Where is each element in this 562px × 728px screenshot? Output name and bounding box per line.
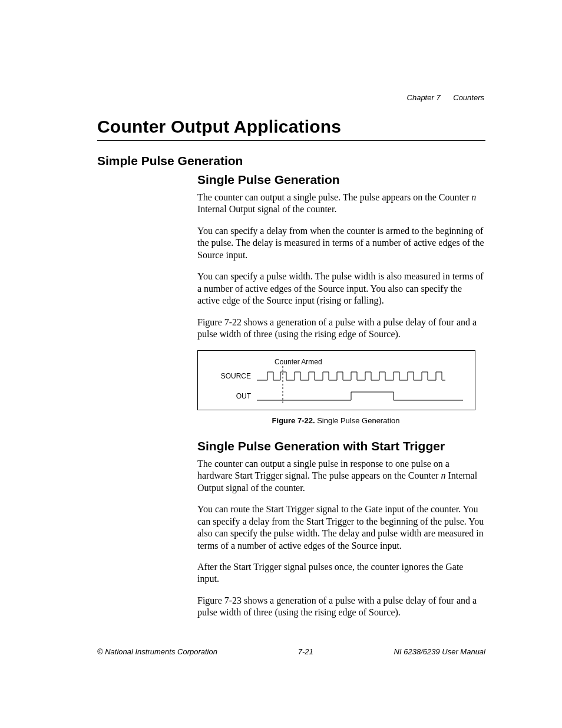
footer-right: NI 6238/6239 User Manual <box>394 647 485 656</box>
body-column: Single Pulse Generation The counter can … <box>197 173 485 619</box>
header-title: Counters <box>453 93 484 102</box>
section2-para1: The counter can output a single pulse in… <box>197 458 485 494</box>
main-heading: Counter Output Applications <box>97 117 485 137</box>
section1-para1: The counter can output a single pulse. T… <box>197 192 485 216</box>
section1-para3: You can specify a pulse width. The pulse… <box>197 271 485 307</box>
section1-para4: Figure 7-22 shows a generation of a puls… <box>197 317 485 341</box>
out-label: OUT <box>198 392 251 400</box>
counter-armed-label: Counter Armed <box>275 358 322 366</box>
figure-7-22: Counter Armed SOURCE OUT <box>197 350 475 410</box>
figure-caption-text: Single Pulse Generation <box>315 416 400 425</box>
footer-center: 7-21 <box>298 647 313 656</box>
subsection-heading: Simple Pulse Generation <box>97 154 485 168</box>
p1-text-b: Internal Output signal of the counter. <box>197 204 336 214</box>
source-label: SOURCE <box>198 372 251 380</box>
p1-var-n: n <box>471 192 476 202</box>
s2p1-text-a: The counter can output a single pulse in… <box>197 459 449 480</box>
section2-para4: Figure 7-23 shows a generation of a puls… <box>197 595 485 619</box>
page: Chapter 7 Counters Counter Output Applic… <box>0 0 562 728</box>
section2-para3: After the Start Trigger signal pulses on… <box>197 561 485 585</box>
figure-caption: Figure 7-22. Single Pulse Generation <box>197 416 474 425</box>
figure-caption-number: Figure 7-22. <box>272 416 315 425</box>
running-header: Chapter 7 Counters <box>407 93 484 102</box>
footer-left: © National Instruments Corporation <box>97 647 217 656</box>
section2-heading: Single Pulse Generation with Start Trigg… <box>197 439 485 453</box>
section1-para2: You can specify a delay from when the co… <box>197 225 485 261</box>
header-chapter: Chapter 7 <box>407 93 441 102</box>
p1-text-a: The counter can output a single pulse. T… <box>197 192 471 202</box>
section2-para2: You can route the Start Trigger signal t… <box>197 503 485 552</box>
page-footer: © National Instruments Corporation 7-21 … <box>97 647 485 656</box>
section1-heading: Single Pulse Generation <box>197 173 485 187</box>
heading-rule <box>97 140 485 141</box>
